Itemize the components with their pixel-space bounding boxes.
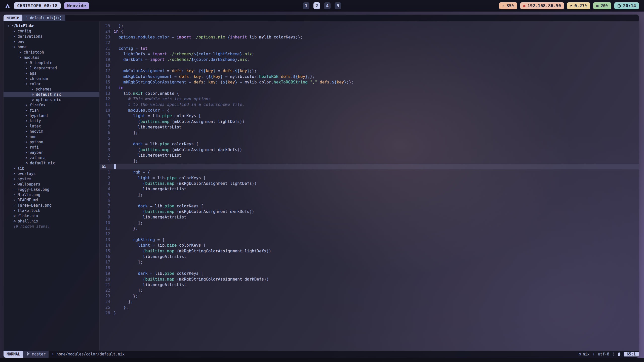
code-line[interactable]: 15 mkRgbStringColorAssignment = defs: ke… — [100, 79, 639, 85]
code-line[interactable]: 11 # to the values specified in a colors… — [100, 102, 639, 107]
tree-item-three-bears.png[interactable]: ▫Three-Bears.png — [4, 203, 99, 208]
code-line[interactable]: 23 }; — [100, 293, 639, 299]
tree-item-flake.nix[interactable]: ⚙flake.nix — [4, 213, 99, 218]
code-line[interactable]: 6 — [100, 198, 639, 203]
code-line[interactable]: 23 options.modules.color = import ./opti… — [100, 34, 639, 40]
code-line[interactable]: 4 lib.mergeAttrsList — [100, 186, 639, 192]
tree-item-env[interactable]: ▪env — [4, 39, 99, 44]
tree-item-zathura[interactable]: ▪zathura — [4, 155, 99, 160]
code-line[interactable]: 25 }; — [100, 305, 639, 310]
code-line[interactable]: 15 (builtins.map (mkRgbStringColorAssign… — [100, 248, 639, 254]
code-line[interactable]: 16 lib.mergeAttrsList — [100, 254, 639, 259]
workspace-9[interactable]: 9 — [335, 2, 341, 9]
tree-item--nixflake[interactable]: ▾~/NixFlake — [4, 23, 99, 28]
tree-item-derivations[interactable]: ▪derivations — [4, 34, 99, 39]
tree-item-latex[interactable]: ▪latex — [4, 123, 99, 129]
tree-item-overlays[interactable]: ▪overlays — [4, 171, 99, 176]
code-line[interactable]: 18 — [100, 63, 639, 68]
code-line-current[interactable]: 65 — [100, 164, 639, 169]
code-line[interactable]: 21 config = let — [100, 46, 639, 51]
tree-item-schemes[interactable]: ▪schemes — [4, 86, 99, 92]
tree-item-nnn[interactable]: ▪nnn — [4, 134, 99, 139]
code-line[interactable]: 2 lib.mergeAttrsList — [100, 153, 639, 158]
tree-item-modules[interactable]: ▪modules — [4, 55, 99, 60]
tree-item-hyprland[interactable]: ▪hyprland — [4, 113, 99, 118]
code-area[interactable]: 25 ];24in {23 options.modules.color = im… — [100, 21, 639, 351]
tree-item-christoph[interactable]: ▪christoph — [4, 50, 99, 55]
code-line[interactable]: 13 rgbString = { — [100, 237, 639, 243]
code-line[interactable]: 19 dark = lib.pipe colorKeys [ — [100, 271, 639, 276]
code-line[interactable]: 10 modules.color = { — [100, 108, 639, 113]
battery-badge[interactable]: ⚡35% — [499, 2, 517, 9]
code-line[interactable]: 14 light = lib.pipe colorKeys [ — [100, 243, 639, 248]
tree-item-fish[interactable]: ▪fish — [4, 108, 99, 113]
code-line[interactable]: 3 (builtins.map (mkColorAssignment darkD… — [100, 147, 639, 153]
code-line[interactable]: 7 dark = lib.pipe colorKeys [ — [100, 203, 639, 209]
code-line[interactable]: 2 light = lib.pipe colorKeys [ — [100, 175, 639, 181]
tree-item-wallpapers[interactable]: ▪wallpapers — [4, 182, 99, 187]
code-line[interactable]: 22 — [100, 40, 639, 46]
tree-item-kitty[interactable]: ▪kitty — [4, 118, 99, 123]
code-line[interactable]: 22 ]; — [100, 288, 639, 293]
tree-item-default.nix[interactable]: ⚙default.nix — [4, 92, 99, 97]
workspace-1[interactable]: 1 — [303, 2, 309, 9]
tree-item-chromium[interactable]: ▪chromium — [4, 76, 99, 81]
code-line[interactable]: 8 (builtins.map (mkRgbColorAssignment da… — [100, 209, 639, 214]
code-line[interactable]: 19 darkDefs = import ./schemes/${color.d… — [100, 57, 639, 62]
memory-badge[interactable]: ▦20% — [593, 2, 611, 9]
workspace-4[interactable]: 4 — [324, 2, 331, 9]
code-line[interactable]: 12 — [100, 231, 639, 237]
code-line[interactable]: 20 lightDefs = import ./schemes/${color.… — [100, 51, 639, 57]
code-line[interactable]: 11 }; — [100, 226, 639, 231]
tab-default-nix[interactable]: 1 default.nix[1+] — [22, 15, 65, 21]
tree-item-0-template[interactable]: ▪0_template — [4, 60, 99, 65]
tree-item-options.nix[interactable]: ⚙options.nix — [4, 97, 99, 102]
tree-item-flake.lock[interactable]: ▪flake.lock — [4, 208, 99, 213]
tree-item-lib[interactable]: ▪lib — [4, 166, 99, 171]
code-line[interactable]: 14 in — [100, 85, 639, 90]
code-line[interactable]: 1 rgb = { — [100, 169, 639, 175]
code-line[interactable]: 8 (builtins.map (mkColorAssignment light… — [100, 119, 639, 124]
code-line[interactable]: 17 ]; — [100, 259, 639, 265]
code-line[interactable]: 3 (builtins.map (mkRgbColorAssignment li… — [100, 181, 639, 186]
tree-item-ags[interactable]: ▪ags — [4, 71, 99, 76]
tree-item-nixvim.png[interactable]: ▫NixVim.png — [4, 192, 99, 197]
code-line[interactable]: 13 lib.mkIf color.enable { — [100, 91, 639, 96]
code-line[interactable]: 26} — [100, 310, 639, 316]
code-line[interactable]: 5 ]; — [100, 192, 639, 198]
tree-item-system[interactable]: ▪system — [4, 176, 99, 182]
workspace-2[interactable]: 2 — [313, 2, 320, 9]
tree-item-firefox[interactable]: ▪firefox — [4, 102, 99, 108]
clock-badge[interactable]: 20:14 — [614, 2, 639, 9]
network-badge[interactable]: ●192.168.86.50 — [520, 2, 564, 9]
code-line[interactable]: 21 lib.mergeAttrsList — [100, 282, 639, 288]
code-line[interactable]: 24in { — [100, 29, 639, 34]
tree-item-shell.nix[interactable]: ⚙shell.nix — [4, 218, 99, 224]
tree-item--9-hidden-items-[interactable]: (9 hidden items) — [4, 224, 99, 229]
tree-item-default.nix[interactable]: ⚙default.nix — [4, 160, 99, 166]
tree-item-foggy-lake.png[interactable]: ▫Foggy-Lake.png — [4, 187, 99, 192]
code-line[interactable]: 1 ]; — [100, 158, 639, 164]
code-line[interactable]: 20 (builtins.map (mkRgbStringColorAssign… — [100, 277, 639, 282]
code-line[interactable]: 9 light = lib.pipe colorKeys [ — [100, 113, 639, 119]
tree-item-1-deprecated[interactable]: ▪1_deprecated — [4, 65, 99, 71]
code-line[interactable]: 4 dark = lib.pipe colorKeys [ — [100, 141, 639, 147]
code-line[interactable]: 25 ]; — [100, 23, 639, 29]
cpu-badge[interactable]: ◔0.27% — [567, 2, 590, 9]
tree-item-waybar[interactable]: ▪waybar — [4, 150, 99, 155]
code-line[interactable]: 12 # This module sets its own options — [100, 96, 639, 102]
tree-item-neovim[interactable]: ▪neovim — [4, 129, 99, 134]
code-line[interactable]: 16 mkRgbColorAssignment = defs: key: {${… — [100, 74, 639, 79]
code-line[interactable]: 9 lib.mergeAttrsList — [100, 214, 639, 220]
tree-item-python[interactable]: ▪python — [4, 139, 99, 145]
tree-item-rofi[interactable]: ▪rofi — [4, 145, 99, 150]
code-line[interactable]: 17 mkColorAssignment = defs: key: {${key… — [100, 68, 639, 74]
tree-item-readme.md[interactable]: ▫README.md — [4, 197, 99, 203]
code-line[interactable]: 18 — [100, 265, 639, 271]
code-line[interactable]: 10 ]; — [100, 220, 639, 226]
tree-item-color[interactable]: ▪color — [4, 81, 99, 86]
code-line[interactable]: 6 ]; — [100, 130, 639, 135]
tree-item-config[interactable]: ▪config — [4, 28, 99, 34]
tree-item-home[interactable]: ▪home — [4, 44, 99, 50]
code-line[interactable]: 7 lib.mergeAttrsList — [100, 124, 639, 130]
